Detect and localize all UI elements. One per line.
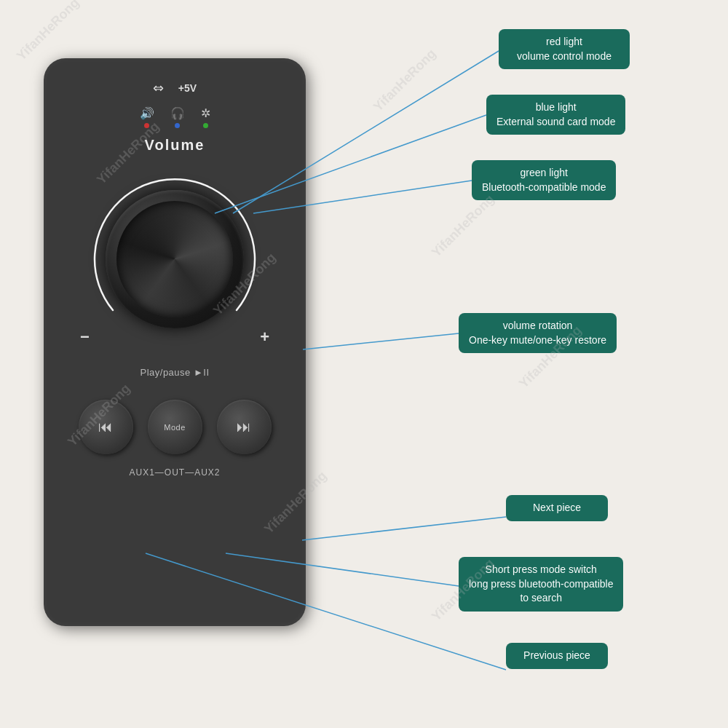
annotation-blue-light: blue light External sound card mode (486, 95, 625, 135)
next-button[interactable]: ⏭ (217, 400, 272, 454)
indicator-headphone: 🎧 (170, 106, 185, 128)
svg-line-4 (302, 517, 506, 540)
annotation-volume-rotation-line2: One-key mute/one-key restore (469, 333, 606, 348)
volume-knob-area[interactable]: − + (73, 157, 277, 361)
usb-icon: ⇔ (153, 80, 164, 96)
speaker-icon: 🔊 (140, 106, 154, 120)
annotation-blue-light-line2: External sound card mode (496, 115, 615, 130)
annotation-blue-light-line1: blue light (496, 100, 615, 115)
mode-button[interactable]: Mode (148, 400, 202, 454)
annotation-green-light-line1: green light (482, 166, 606, 181)
headphone-icon: 🎧 (170, 106, 185, 120)
volume-label: Volume (145, 137, 205, 154)
red-dot (144, 123, 149, 128)
annotation-red-light-line2: volume control mode (509, 50, 620, 64)
watermark: YifanHeRong (429, 191, 497, 260)
watermark: YifanHeRong (371, 46, 439, 114)
annotation-green-light: green light Bluetooth-compatible mode (472, 160, 616, 200)
annotation-previous-piece-label: Previous piece (516, 649, 598, 663)
play-pause-label[interactable]: Play/pause ►II (140, 367, 209, 378)
minus-label: − (80, 328, 90, 347)
prev-icon: ⏮ (98, 419, 113, 435)
indicator-volume: 🔊 (140, 106, 154, 128)
control-buttons: ⏮ Mode ⏭ (79, 400, 272, 454)
annotation-red-light-line1: red light (509, 35, 620, 50)
plus-label: + (260, 328, 269, 347)
annotation-green-light-line2: Bluetooth-compatible mode (482, 181, 606, 195)
power-label: +5V (178, 82, 197, 94)
prev-button[interactable]: ⏮ (79, 400, 133, 454)
annotation-mode-switch-line2: long press bluetooth-compatible (469, 577, 613, 592)
audio-device: ⇔ +5V 🔊 🎧 ✲ Volume − + (44, 58, 306, 626)
green-dot (203, 123, 208, 128)
annotation-mode-switch: Short press mode switch long press bluet… (459, 557, 623, 612)
watermark: YifanHeRong (14, 0, 82, 64)
blue-dot (175, 123, 180, 128)
knob-inner (116, 201, 233, 317)
annotation-mode-switch-line1: Short press mode switch (469, 563, 613, 577)
annotation-next-piece-label: Next piece (516, 501, 598, 515)
annotation-volume-rotation: volume rotation One-key mute/one-key res… (459, 313, 617, 353)
aux-label: AUX1—OUT—AUX2 (129, 467, 220, 478)
bluetooth-icon: ✲ (201, 106, 210, 120)
annotation-next-piece: Next piece (506, 495, 608, 521)
indicator-bluetooth: ✲ (201, 106, 210, 128)
annotation-red-light: red light volume control mode (499, 29, 630, 69)
mode-icon: Mode (164, 423, 186, 432)
annotation-volume-rotation-line1: volume rotation (469, 319, 606, 333)
annotation-mode-switch-line3: to search (469, 591, 613, 606)
next-icon: ⏭ (237, 419, 251, 435)
volume-knob[interactable] (106, 190, 244, 328)
annotation-previous-piece: Previous piece (506, 643, 608, 669)
mode-indicators: 🔊 🎧 ✲ (140, 106, 210, 128)
top-connectors: ⇔ +5V 🔊 🎧 ✲ (58, 80, 291, 128)
svg-line-3 (303, 333, 459, 349)
